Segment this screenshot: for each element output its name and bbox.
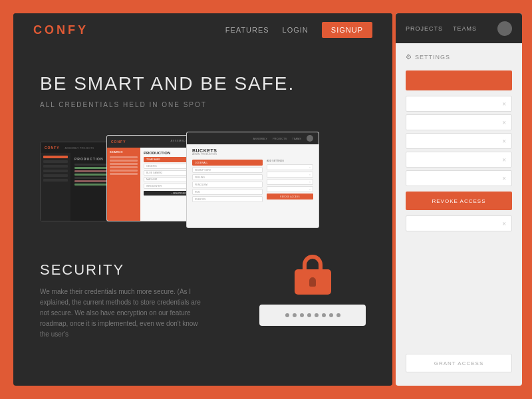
ss2-row-text: GENERIC (146, 165, 157, 168)
right-panel-body: ⚙ SETTINGS × × × × × REVOKE ACCESS × (396, 43, 522, 247)
ss3-nav: ASSEMBLY PROJECTS TEAMS (253, 135, 313, 142)
ss3-row-active: CODEWALL (192, 160, 263, 166)
rp-revoke-button[interactable]: REVOKE ACCESS (406, 192, 512, 210)
rp-input-single: × (406, 215, 512, 231)
ss3-env-item: × (267, 164, 313, 170)
rp-remove-icon[interactable]: × (502, 119, 506, 126)
ss3-row: PENCILISM (192, 182, 263, 188)
hero-title: BE SMART AND BE SAFE. (40, 73, 366, 94)
screenshot-3: ASSEMBLY PROJECTS TEAMS BUCKETS ADMIN: P… (186, 132, 319, 228)
features-link[interactable]: FEATURES (225, 26, 269, 34)
ss3-section-title: BUCKETS (192, 148, 313, 153)
ss3-revoke-text: REVOKE ACCESS (280, 196, 299, 198)
ss3-env-x-icon[interactable]: × (309, 180, 311, 184)
lock-shackle (303, 255, 323, 269)
ss1-nav: ASSEMBLY PROJECTS (65, 146, 94, 150)
ss3-row-text: RUBICON (195, 198, 205, 201)
ss3-section-header: BUCKETS ADMIN: PRODUCTION (187, 144, 319, 157)
ss3-env-item: × (267, 172, 313, 178)
ss3-nav-item: ASSEMBLY (253, 137, 267, 140)
main-card: CONFY FEATURES LOGIN SIGNUP BE SMART AND… (13, 13, 392, 386)
security-description: We make their credentials much more secu… (40, 287, 206, 340)
ss1-sidebar-item (43, 179, 68, 182)
ss3-env-x-icon[interactable]: × (309, 173, 311, 176)
password-illustration (259, 255, 366, 326)
rp-input-row: × (406, 114, 512, 130)
rp-remove-icon[interactable]: × (502, 156, 506, 164)
ss2-sidebar-item (110, 156, 138, 158)
login-link[interactable]: LOGIN (283, 26, 309, 34)
screenshots-section: CONFY ASSEMBLY PROJECTS PRODUCTION (13, 135, 392, 241)
logo: CONFY (33, 23, 88, 37)
rp-grant-button[interactable]: GRANT ACCESS (406, 354, 512, 372)
lock-body (295, 269, 331, 295)
rp-settings-label: SETTINGS (415, 54, 450, 61)
rp-input-row: × (406, 152, 512, 168)
rp-remove-icon[interactable]: × (502, 138, 506, 145)
ss3-row: FEELING (192, 174, 263, 180)
ss3-revoke-btn[interactable]: REVOKE ACCESS (267, 194, 313, 200)
lock-icon (295, 255, 331, 298)
ss3-nav-teams: TEAMS (292, 137, 301, 140)
ss3-body: CODEWALL SIGNUP SURV FEELING PENCILISM R… (187, 157, 319, 225)
ss1-sidebar (41, 153, 70, 221)
ss2-row-text: INNOCENTER (146, 185, 162, 188)
security-section: SECURITY We make their credentials much … (13, 241, 392, 360)
right-panel: PROJECTS TEAMS ⚙ SETTINGS × × × × × REVO… (396, 13, 522, 386)
ss2-row-text: MAGNUM (146, 178, 157, 181)
password-dot (336, 313, 340, 317)
rp-input-row: × (406, 133, 512, 149)
ss3-env-x-icon[interactable]: × (309, 166, 311, 169)
password-dot (322, 313, 326, 317)
lock-keyhole (309, 277, 316, 287)
ss1-sidebar-item (43, 160, 68, 163)
ss2-sidebar-item (110, 173, 138, 175)
rp-input-row: × (406, 96, 512, 112)
gear-icon: ⚙ (406, 53, 412, 61)
password-dot (315, 313, 319, 317)
hero-section: BE SMART AND BE SAFE. ALL CREDENTIALS HE… (13, 47, 392, 122)
rp-settings-btn[interactable]: ⚙ SETTINGS (406, 53, 512, 61)
ss3-nav-avatar (307, 135, 313, 142)
ss3-row-text: FEELING (195, 176, 205, 179)
ss3-header: ASSEMBLY PROJECTS TEAMS (187, 132, 319, 144)
rp-remove-icon[interactable]: × (502, 220, 506, 227)
ss3-row-text: CODEWALL (195, 162, 208, 164)
rp-grant-label: GRANT ACCESS (434, 360, 484, 366)
ss2-nav-item: ASSEMBLY (170, 139, 187, 144)
ss3-row: RUN (192, 189, 263, 195)
ss3-env-x-icon[interactable]: × (309, 188, 311, 191)
ss1-sidebar-item (43, 174, 68, 177)
ss3-right: ADD SETTINGS × × × × (267, 160, 313, 223)
rp-nav-teams[interactable]: TEAMS (453, 25, 477, 32)
ss2-sidebar-item (110, 166, 138, 168)
right-panel-header: PROJECTS TEAMS (396, 13, 522, 43)
password-dot (300, 313, 304, 317)
rp-revoke-label: REVOKE ACCESS (432, 198, 485, 204)
hero-subtitle: ALL CREDENTIALS HELD IN ONE SPOT (40, 101, 366, 108)
nav-links: FEATURES LOGIN SIGNUP (225, 22, 372, 38)
signup-button[interactable]: SIGNUP (322, 22, 372, 38)
ss2-sidebar: SEARCH (107, 148, 140, 221)
password-dot (307, 313, 311, 317)
rp-avatar[interactable] (497, 21, 512, 36)
ss3-left: CODEWALL SIGNUP SURV FEELING PENCILISM R… (192, 160, 263, 223)
ss3-env-item: × (267, 186, 313, 192)
rp-remove-icon[interactable]: × (502, 100, 506, 108)
password-dot (329, 313, 333, 317)
ss2-row-text: TEAM NAME (146, 158, 160, 161)
ss2-add-btn-text: + NEW PROJECT (172, 192, 188, 195)
ss3-nav-projects: PROJECTS (273, 137, 287, 140)
ss3-section-sub: ADMIN: PRODUCTION (192, 153, 313, 156)
ss3-row-text: PENCILISM (195, 184, 207, 186)
ss1-sidebar-item (43, 170, 68, 172)
ss3-env-item: × (267, 179, 313, 185)
ss2-sidebar-item (110, 163, 138, 165)
rp-nav-projects[interactable]: PROJECTS (406, 25, 443, 32)
rp-orange-bar (406, 70, 512, 90)
rp-remove-icon[interactable]: × (502, 175, 506, 182)
password-dot (285, 313, 289, 317)
password-dot (293, 313, 297, 317)
ss1-sidebar-item (43, 156, 68, 158)
ss3-row-text: RUN (195, 191, 200, 194)
